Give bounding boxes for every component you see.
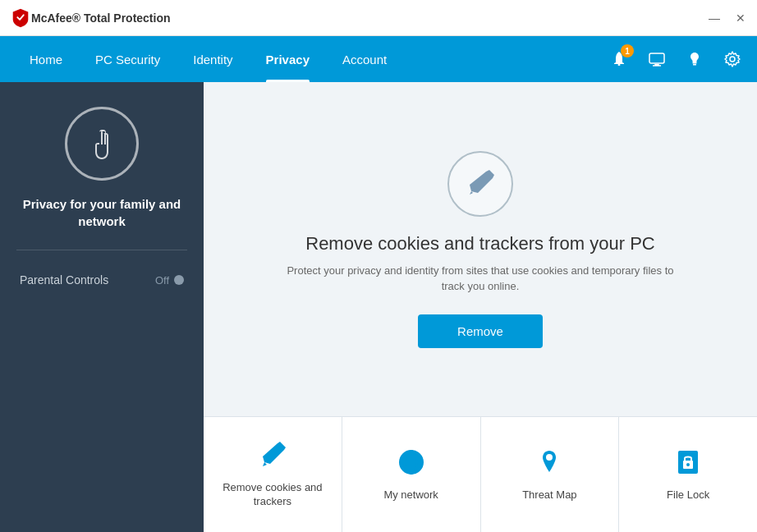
notifications-button[interactable]: 1 [608,48,631,71]
parental-controls-label: Parental Controls [20,273,108,287]
nav-privacy[interactable]: Privacy [250,36,326,82]
sidebar: Privacy for your family and network Pare… [0,82,204,532]
hero-subtitle: Protect your privacy and identity from s… [275,263,686,295]
cards-row: Remove cookies and trackers My network [204,416,757,532]
svg-point-6 [730,57,735,62]
card-remove-cookies-label: Remove cookies and trackers [217,481,328,509]
parental-controls-status-text: Off [155,274,169,287]
main-layout: Privacy for your family and network Pare… [0,82,757,532]
parental-controls-status: Off [155,274,184,287]
display-icon [648,50,666,68]
card-my-network[interactable]: My network [342,417,481,532]
close-button[interactable]: ✕ [734,11,747,25]
lightbulb-icon [686,50,704,68]
svg-rect-0 [618,64,621,66]
main-content: Remove cookies and trackers from your PC… [204,82,757,532]
card-remove-cookies[interactable]: Remove cookies and trackers [204,417,342,532]
titlebar: McAfee® Total Protection — ✕ [0,0,757,36]
nav-home[interactable]: Home [13,36,79,82]
card-my-network-label: My network [383,488,438,502]
sidebar-divider [16,250,187,250]
nav-account[interactable]: Account [326,36,403,82]
sidebar-privacy-icon-circle [65,107,139,181]
card-file-lock[interactable]: File Lock [619,417,757,532]
svg-rect-5 [693,64,696,66]
hero-title: Remove cookies and trackers from your PC [305,233,655,255]
gear-icon [723,50,741,68]
card-filelock-icon [673,447,703,480]
card-globe-icon [397,447,426,480]
tips-button[interactable] [683,48,706,71]
app-title: McAfee® Total Protection [31,11,708,25]
svg-rect-4 [693,62,697,64]
display-button[interactable] [645,48,668,71]
nav-links: Home PC Security Identity Privacy Accoun… [13,36,403,82]
svg-point-12 [546,454,553,461]
hero-section: Remove cookies and trackers from your PC… [204,82,757,416]
card-pin-icon [534,447,564,480]
svg-point-16 [686,463,690,466]
parental-controls-toggle[interactable] [174,275,184,285]
nav-pc-security[interactable]: PC Security [79,36,177,82]
card-broom-icon [258,440,287,473]
sidebar-section-title: Privacy for your family and network [16,195,187,230]
nav-icon-group: 1 [608,48,744,71]
svg-rect-1 [649,53,664,63]
navbar: Home PC Security Identity Privacy Accoun… [0,36,757,82]
hero-icon-circle [447,151,513,217]
window-controls: — ✕ [708,11,747,25]
card-file-lock-label: File Lock [667,488,709,502]
hand-icon [81,123,122,164]
card-threat-map[interactable]: Threat Map [481,417,620,532]
card-threat-map-label: Threat Map [522,488,576,502]
nav-identity[interactable]: Identity [177,36,249,82]
mcafee-logo [10,7,31,29]
hero-broom-icon [463,167,498,201]
settings-button[interactable] [721,48,744,71]
notification-badge: 1 [621,44,634,57]
remove-button[interactable]: Remove [418,314,543,348]
sidebar-parental-controls[interactable]: Parental Controls Off [16,267,187,293]
minimize-button[interactable]: — [708,11,721,25]
